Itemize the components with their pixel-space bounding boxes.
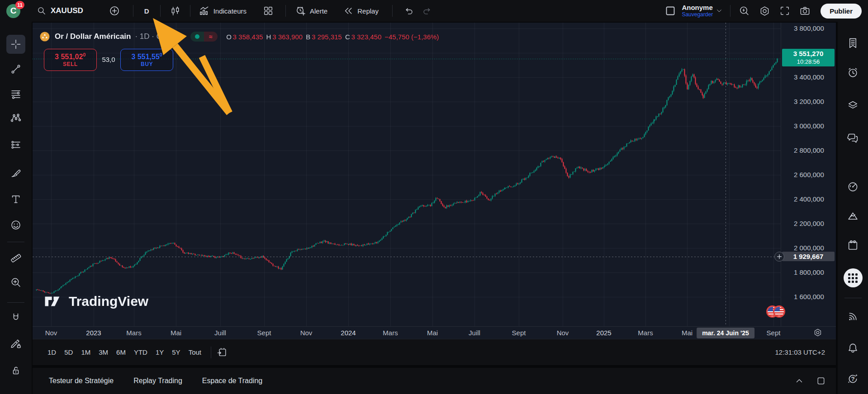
maximize-panel-icon[interactable] <box>816 376 826 386</box>
tradingview-app: C 11 XAUUSD D Indicateurs Alerte Replay <box>0 0 868 394</box>
ruler-tool-button[interactable] <box>6 248 25 267</box>
trendline-tool-button[interactable] <box>6 60 25 79</box>
chat-button[interactable] <box>844 128 863 147</box>
axis-settings-gear-icon[interactable] <box>813 328 822 337</box>
price-tick: 3 800,000 <box>794 24 824 32</box>
ohlc-key: C <box>345 33 350 41</box>
symbol-meta[interactable]: · 1D · OANDA <box>135 32 184 41</box>
magnet-tool-button[interactable] <box>6 308 25 327</box>
symbol-search-button[interactable]: XAUUSD <box>37 6 83 16</box>
price-tick: 2 200,000 <box>794 220 824 227</box>
range-3m-button[interactable]: 3M <box>95 346 112 359</box>
crosshair-price-label: 1 929,667 <box>782 252 835 261</box>
add-alert-plus-icon[interactable] <box>774 252 784 262</box>
toolbar-divider <box>7 302 24 303</box>
widget-sidebar: ? <box>838 22 868 394</box>
month-tick: Sept <box>248 329 280 337</box>
session-clock[interactable]: 12:31:03 UTC+2 <box>775 348 825 356</box>
timeframe-bar: 1D5D1M3M6MYTD1Y5YTout 12:31:03 UTC+2 <box>33 339 836 365</box>
settings-icon[interactable] <box>759 5 770 17</box>
pattern-xabcd-tool-button[interactable] <box>6 108 25 127</box>
text-tool-button[interactable] <box>6 190 25 209</box>
buy-button[interactable]: 3 551,550 BUY <box>120 49 173 71</box>
range-5d-button[interactable]: 5D <box>60 346 77 359</box>
range-1d-button[interactable]: 1D <box>43 346 60 359</box>
chart-style-candles-icon[interactable] <box>170 5 181 17</box>
apps-grid-button[interactable] <box>844 268 863 287</box>
ohlc-values: O3 358,435H3 363,900B3 295,315C3 323,450… <box>226 33 439 41</box>
publish-button[interactable]: Publier <box>821 4 862 19</box>
range-1m-button[interactable]: 1M <box>77 346 95 359</box>
trendline-tool-icon <box>10 63 22 75</box>
sell-button[interactable]: 3 551,020 SELL <box>44 49 97 71</box>
brush-tool-button[interactable] <box>6 164 25 183</box>
screener-radar-icon <box>847 181 859 193</box>
camera-snapshot-icon[interactable] <box>799 5 811 17</box>
alert-button[interactable]: Alerte <box>295 5 327 17</box>
indicators-button[interactable]: Indicateurs <box>199 5 247 17</box>
goto-date-icon[interactable] <box>217 347 228 358</box>
lock-all-tool-button[interactable] <box>6 361 25 380</box>
chat-icon <box>847 132 859 144</box>
watchlist-button[interactable] <box>844 33 863 52</box>
layers-button[interactable] <box>844 95 863 114</box>
market-status-pills[interactable]: ≈ <box>190 32 218 42</box>
month-tick: Juill <box>459 329 490 337</box>
collapse-panel-icon[interactable] <box>794 376 804 386</box>
panel-tab[interactable]: Replay Trading <box>133 377 182 385</box>
screener-radar-button[interactable] <box>844 177 863 196</box>
price-tick: 1 600,000 <box>794 293 824 300</box>
zoom-in-tool-button[interactable] <box>6 273 25 292</box>
redo-icon[interactable] <box>422 5 432 16</box>
top-movers-button[interactable] <box>844 206 863 225</box>
month-tick: Mai <box>160 329 192 337</box>
divider <box>730 5 730 17</box>
economic-calendar-button[interactable] <box>844 236 863 255</box>
streams-button[interactable] <box>844 307 863 326</box>
chevron-down-icon[interactable] <box>716 7 723 14</box>
last-price-label: 3 551,270 10:28:56 <box>782 49 835 66</box>
panel-tab[interactable]: Testeur de Stratégie <box>49 377 114 385</box>
workspace-logo[interactable]: C 11 <box>6 4 20 18</box>
compare-add-icon[interactable] <box>109 5 120 17</box>
interval-button[interactable]: D <box>144 7 149 15</box>
brush-tool-icon <box>10 167 22 179</box>
emoji-tool-button[interactable] <box>6 216 25 235</box>
drawing-lock-tool-button[interactable] <box>6 334 25 353</box>
range-tout-button[interactable]: Tout <box>185 346 205 359</box>
range-ytd-button[interactable]: YTD <box>130 346 152 359</box>
fib-retracement-tool-button[interactable] <box>6 84 25 103</box>
month-tick: Nov <box>290 329 322 337</box>
year-tick: 2025 <box>588 329 620 337</box>
chart-header: Or / Dollar Américain · 1D · OANDA ≈ O3 … <box>39 31 439 42</box>
user-account-button[interactable]: Anonyme Sauvegarder <box>682 4 713 18</box>
quick-search-icon[interactable] <box>739 5 750 17</box>
divider <box>133 5 133 17</box>
time-axis[interactable]: mar. 24 Juin '25 Nov2023MarsMaiJuillSept… <box>33 326 836 339</box>
help-sparkle-button[interactable]: ? <box>844 369 863 388</box>
range-6m-button[interactable]: 6M <box>112 346 130 359</box>
save-label: Sauvegarder <box>682 12 713 18</box>
position-forecast-tool-button[interactable] <box>6 136 25 155</box>
panel-tab[interactable]: Espace de Trading <box>202 377 262 385</box>
symbol-title[interactable]: Or / Dollar Américain <box>55 32 131 41</box>
crosshair-tool-button[interactable] <box>6 35 25 54</box>
economic-event-flags[interactable] <box>766 305 785 318</box>
replay-button[interactable]: Replay <box>343 5 379 16</box>
fib-retracement-tool-icon <box>10 88 22 100</box>
year-tick: 2023 <box>78 329 109 337</box>
notifications-bell-button[interactable] <box>844 338 863 357</box>
magnet-tool-icon <box>10 312 22 324</box>
help-sparkle-icon: ? <box>847 373 859 385</box>
watermark-text: TradingView <box>69 294 148 309</box>
layout-select-icon[interactable] <box>664 5 676 17</box>
range-1y-button[interactable]: 1Y <box>152 346 168 359</box>
alerts-clock-button[interactable] <box>844 63 863 82</box>
range-5y-button[interactable]: 5Y <box>168 346 184 359</box>
ohlc-key: H <box>266 33 271 41</box>
price-tick: 1 800,000 <box>794 268 824 276</box>
fullscreen-icon[interactable] <box>779 5 790 16</box>
undo-icon[interactable] <box>403 5 414 16</box>
indicator-templates-icon[interactable] <box>263 5 274 16</box>
price-axis[interactable]: 3 551,270 10:28:56 1 929,667 3 800,0003 … <box>781 23 836 326</box>
